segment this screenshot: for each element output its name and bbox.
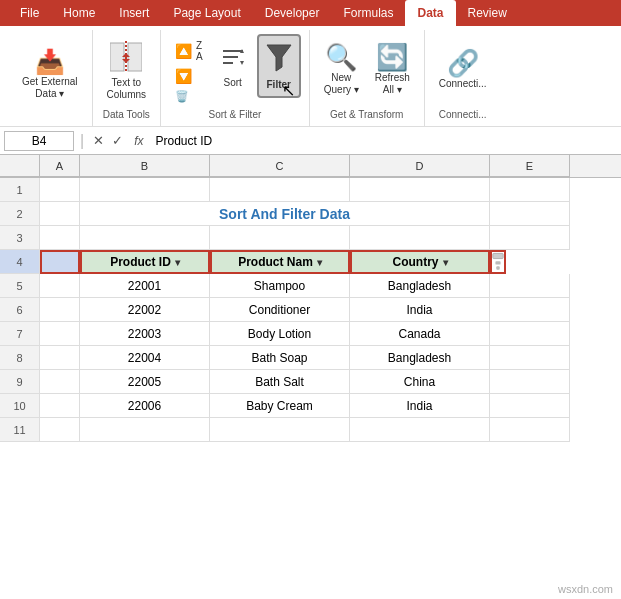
row-num-2: 2 xyxy=(0,202,40,226)
refresh-all-button[interactable]: 🔄 RefreshAll ▾ xyxy=(369,38,416,102)
cell-e7[interactable] xyxy=(490,322,570,346)
row-num-10: 10 xyxy=(0,394,40,418)
cell-e6[interactable] xyxy=(490,298,570,322)
refresh-icon: 🔄 xyxy=(376,44,408,70)
cell-a10[interactable] xyxy=(40,394,80,418)
cancel-formula-icon[interactable]: ✕ xyxy=(90,133,107,148)
cell-d10[interactable]: India xyxy=(350,394,490,418)
cell-c3[interactable] xyxy=(210,226,350,250)
cell-c10[interactable]: Baby Cream xyxy=(210,394,350,418)
cell-b3[interactable] xyxy=(80,226,210,250)
col-header-c[interactable]: C xyxy=(210,155,350,177)
new-query-button[interactable]: 🔍 NewQuery ▾ xyxy=(318,38,365,102)
sort-az-button[interactable]: 🔼 ZA xyxy=(169,38,209,64)
cell-b2-title[interactable]: Sort And Filter Data xyxy=(80,202,490,226)
row-4: 4 Product ID ▾ Product Nam ▾ Country ▾ xyxy=(0,250,621,274)
cell-c4-header[interactable]: Product Nam ▾ xyxy=(210,250,350,274)
tab-home[interactable]: Home xyxy=(51,0,107,26)
spreadsheet: A B C D E 1 2 Sort And Filter Data 3 4 P… xyxy=(0,155,621,442)
cell-a9[interactable] xyxy=(40,370,80,394)
col-header-d[interactable]: D xyxy=(350,155,490,177)
new-query-icon: 🔍 xyxy=(325,44,357,70)
cell-d8[interactable]: Bangladesh xyxy=(350,346,490,370)
formula-input[interactable] xyxy=(152,132,618,150)
tab-file[interactable]: File xyxy=(8,0,51,26)
cell-c6[interactable]: Conditioner xyxy=(210,298,350,322)
text-to-columns-button[interactable]: Text toColumns xyxy=(101,38,152,102)
get-external-data-button[interactable]: 📥 Get ExternalData ▾ xyxy=(16,43,84,107)
sort-az-icon: 🔼 xyxy=(175,43,192,59)
country-dropdown[interactable]: ▾ xyxy=(443,257,448,268)
cell-e1[interactable] xyxy=(490,178,570,202)
cell-a1[interactable] xyxy=(40,178,80,202)
cell-b8[interactable]: 22004 xyxy=(80,346,210,370)
cell-b11[interactable] xyxy=(80,418,210,442)
tab-data[interactable]: Data xyxy=(405,0,455,26)
cell-e5[interactable] xyxy=(490,274,570,298)
group-sort-filter: 🔼 ZA 🔽 🗑️ xyxy=(161,30,310,126)
cell-a7[interactable] xyxy=(40,322,80,346)
cell-d4-header[interactable]: Country ▾ xyxy=(350,250,490,274)
cell-e3[interactable] xyxy=(490,226,570,250)
filter-button[interactable]: Filter ↖ xyxy=(257,34,301,98)
cell-b7[interactable]: 22003 xyxy=(80,322,210,346)
cell-c9[interactable]: Bath Salt xyxy=(210,370,350,394)
sort-za-button[interactable]: 🔽 xyxy=(169,66,209,86)
cell-e11[interactable] xyxy=(490,418,570,442)
cell-reference-box[interactable]: B4 xyxy=(4,131,74,151)
cell-e8[interactable] xyxy=(490,346,570,370)
sort-clear-button[interactable]: 🗑️ xyxy=(169,88,209,105)
cell-a2[interactable] xyxy=(40,202,80,226)
cell-b6[interactable]: 22002 xyxy=(80,298,210,322)
group-data-tools-label: Data Tools xyxy=(103,105,150,122)
cell-b4-header[interactable]: Product ID ▾ xyxy=(80,250,210,274)
cell-d3[interactable] xyxy=(350,226,490,250)
cell-d11[interactable] xyxy=(350,418,490,442)
cell-b5[interactable]: 22001 xyxy=(80,274,210,298)
tab-formulas[interactable]: Formulas xyxy=(331,0,405,26)
sort-button[interactable]: Sort xyxy=(213,34,253,98)
group-connections: 🔗 Connecti... Connecti... xyxy=(425,30,501,126)
cell-a11[interactable] xyxy=(40,418,80,442)
data-tools-buttons: Text toColumns xyxy=(101,34,152,105)
tab-insert[interactable]: Insert xyxy=(107,0,161,26)
cell-c5[interactable]: Shampoo xyxy=(210,274,350,298)
cell-a4[interactable] xyxy=(40,250,80,274)
col-header-e[interactable]: E xyxy=(490,155,570,177)
cell-b1[interactable] xyxy=(80,178,210,202)
tab-review[interactable]: Review xyxy=(456,0,519,26)
cell-e2[interactable] xyxy=(490,202,570,226)
tab-page-layout[interactable]: Page Layout xyxy=(161,0,252,26)
row-num-9: 9 xyxy=(0,370,40,394)
product-id-dropdown[interactable]: ▾ xyxy=(175,257,180,268)
cell-a6[interactable] xyxy=(40,298,80,322)
cell-d6[interactable]: India xyxy=(350,298,490,322)
cell-e10[interactable] xyxy=(490,394,570,418)
text-to-columns-label: Text toColumns xyxy=(107,77,146,101)
tab-developer[interactable]: Developer xyxy=(253,0,332,26)
cell-c1[interactable] xyxy=(210,178,350,202)
ribbon-tab-bar: File Home Insert Page Layout Developer F… xyxy=(0,0,621,26)
cell-c8[interactable]: Bath Soap xyxy=(210,346,350,370)
col-header-b[interactable]: B xyxy=(80,155,210,177)
connections-button[interactable]: 🔗 Connecti... xyxy=(433,38,493,102)
group-sort-filter-label: Sort & Filter xyxy=(209,105,262,122)
cell-a3[interactable] xyxy=(40,226,80,250)
cell-d7[interactable]: Canada xyxy=(350,322,490,346)
cell-b9[interactable]: 22005 xyxy=(80,370,210,394)
cell-e4[interactable] xyxy=(490,250,506,274)
product-name-dropdown[interactable]: ▾ xyxy=(317,257,322,268)
cell-c7[interactable]: Body Lotion xyxy=(210,322,350,346)
cell-c11[interactable] xyxy=(210,418,350,442)
cell-a5[interactable] xyxy=(40,274,80,298)
cell-d5[interactable]: Bangladesh xyxy=(350,274,490,298)
cell-d1[interactable] xyxy=(350,178,490,202)
get-external-icon: 📥 xyxy=(35,50,65,74)
cell-e9[interactable] xyxy=(490,370,570,394)
cell-a8[interactable] xyxy=(40,346,80,370)
confirm-formula-icon[interactable]: ✓ xyxy=(109,133,126,148)
cell-b10[interactable]: 22006 xyxy=(80,394,210,418)
cell-d9[interactable]: China xyxy=(350,370,490,394)
row-3: 3 xyxy=(0,226,621,250)
col-header-a[interactable]: A xyxy=(40,155,80,177)
